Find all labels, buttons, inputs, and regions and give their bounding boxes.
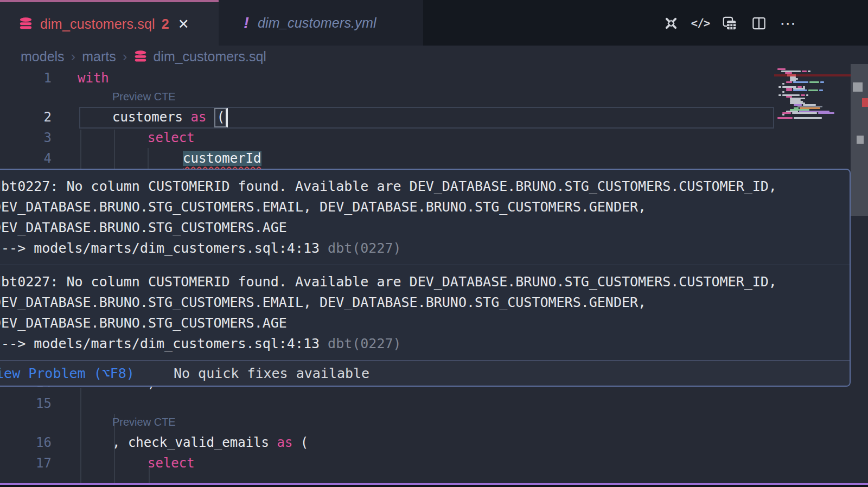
minimap-code-bar [818, 112, 834, 114]
line-number: 3 [0, 127, 52, 148]
code-text: , check_valid_emails as ( [112, 432, 308, 453]
code-line-2[interactable]: 2customers as ( [0, 107, 774, 127]
minimap-code-bar [819, 89, 823, 91]
overview-ruler-mark [853, 82, 863, 92]
minimap-code-bar [793, 89, 807, 91]
error-code: dbt(0227) [328, 336, 401, 351]
minimap-code-bar [793, 81, 808, 83]
overview-ruler-mark [857, 136, 864, 144]
minimap-code-bar [782, 114, 784, 116]
error-message-line: dbt0227: No column CUSTOMERID found. Ava… [0, 176, 845, 197]
token: select [148, 456, 195, 471]
minimap-code-bar [802, 71, 807, 72]
token: as [191, 110, 207, 125]
error-location-line: --> models/marts/dim_customers.sql:4:13 … [0, 334, 845, 354]
error-message-block: dbt0227: No column CUSTOMERID found. Ava… [0, 265, 850, 360]
minimap-code-bar [786, 89, 792, 91]
error-hover-popup: dbt0227: No column CUSTOMERID found. Ava… [0, 169, 851, 387]
code-text: select [148, 453, 195, 473]
line-number: 4 [0, 148, 52, 169]
minimap-code-bar [808, 89, 818, 91]
minimap-code-bar [808, 71, 810, 72]
code-editor: 1withPreview CTE2customers as (3select4c… [0, 0, 868, 487]
minimap[interactable] [774, 60, 851, 136]
error-location-line: --> models/marts/dim_customers.sql:4:13 … [0, 238, 845, 259]
token: with [78, 71, 109, 86]
token: customers [112, 110, 191, 125]
minimap-error-line [774, 74, 851, 76]
token [206, 110, 214, 125]
token: select [148, 130, 195, 145]
minimap-code-bar [777, 117, 793, 119]
panel-edge [0, 485, 868, 487]
error-token: customerId [183, 151, 261, 166]
minimap-code-bar [801, 94, 805, 96]
codelens-preview-cte[interactable]: Preview CTE [112, 414, 176, 430]
error-message-block: dbt0227: No column CUSTOMERID found. Ava… [0, 170, 850, 265]
line-number: 16 [0, 432, 52, 453]
error-message-line: DEV_DATABASE.BRUNO.STG_CUSTOMERS.AGE [0, 217, 845, 238]
token: ( [292, 435, 308, 450]
line-number: 2 [0, 107, 52, 127]
code-text: with [78, 68, 109, 88]
code-line-4[interactable]: 4customerId [0, 148, 774, 169]
error-message-line: DEV_DATABASE.BRUNO.STG_CUSTOMERS.EMAIL, … [0, 292, 845, 313]
minimap-code-bar [786, 81, 792, 83]
vertical-scrollbar[interactable] [851, 46, 868, 487]
minimap-code-bar [778, 86, 781, 88]
error-location: --> models/marts/dim_customers.sql:4:13 [0, 240, 328, 256]
minimap-code-bar [782, 83, 784, 85]
code-text: select [148, 127, 195, 148]
token: as [277, 435, 292, 450]
code-text: customerId [183, 148, 261, 169]
minimap-code-bar [778, 94, 781, 96]
code-line-3[interactable]: 3select [0, 127, 774, 148]
bracket-cursor: ( [214, 108, 228, 127]
view-problem-link[interactable]: View Problem (⌥F8) [0, 366, 135, 381]
no-quick-fixes-label: No quick fixes available [174, 366, 369, 381]
code-line-1[interactable]: 1with [0, 68, 774, 88]
code-line-15[interactable]: 15 [0, 393, 774, 414]
minimap-code-bar [792, 112, 817, 114]
vscode-editor-window: dim_customers.sql 2 ✕ ! dim_customers.ym… [0, 0, 868, 487]
token: , check_valid_emails [112, 435, 277, 450]
error-code: dbt(0227) [328, 240, 401, 256]
minimap-code-bar [777, 68, 786, 70]
error-message-line: DEV_DATABASE.BRUNO.STG_CUSTOMERS.EMAIL, … [0, 197, 845, 217]
code-line-16[interactable]: 16, check_valid_emails as ( [0, 432, 774, 453]
code-line-17[interactable]: 17select [0, 453, 774, 473]
overview-ruler-mark [862, 98, 868, 107]
line-number: 1 [0, 68, 52, 88]
hover-footer: View Problem (⌥F8) No quick fixes availa… [0, 360, 850, 386]
minimap-code-bar [806, 94, 808, 96]
minimap-code-bar [785, 72, 792, 74]
minimap-code-bar [809, 81, 819, 83]
minimap-code-bar [820, 81, 824, 83]
line-number: 15 [0, 393, 52, 414]
error-message-line: DEV_DATABASE.BRUNO.STG_CUSTOMERS.AGE [0, 313, 845, 334]
error-location: --> models/marts/dim_customers.sql:4:13 [0, 336, 328, 351]
line-number: 17 [0, 453, 52, 473]
codelens-preview-cte[interactable]: Preview CTE [112, 88, 176, 105]
minimap-code-bar [794, 117, 822, 119]
code-text: customers as ( [112, 107, 228, 127]
error-message-line: dbt0227: No column CUSTOMERID found. Ava… [0, 272, 845, 292]
minimap-code-bar [782, 91, 784, 93]
